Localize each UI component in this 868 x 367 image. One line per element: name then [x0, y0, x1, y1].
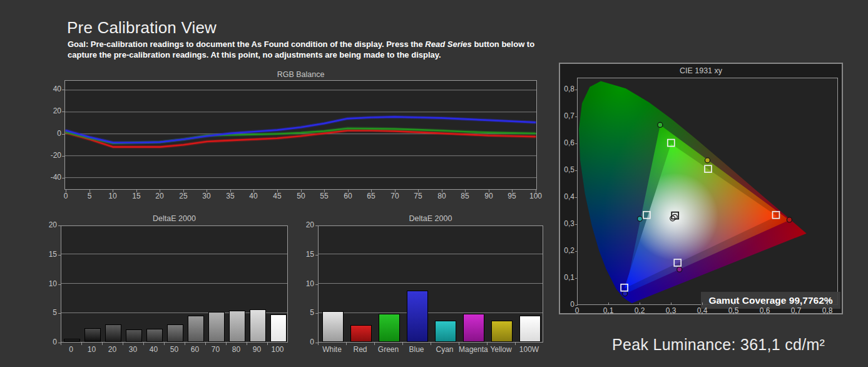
- rgb-x-tick-label: 85: [456, 192, 474, 200]
- de1Plot-y-tick: [58, 225, 61, 226]
- deltae-grayscale-title: DeltaE 2000: [61, 214, 288, 223]
- de2Plot-x-label: Green: [374, 345, 402, 354]
- cie-y-tick: [575, 90, 578, 90]
- rgb-y-tick-label: -20: [36, 151, 61, 160]
- de2Plot-x-label: Cyan: [431, 345, 459, 354]
- de2Plot-x-label: White: [318, 345, 346, 354]
- cie-x-tick-label: 0,5: [725, 306, 742, 315]
- de1Plot-y-label: 10: [32, 279, 57, 288]
- rgb-x-tick-label: 60: [339, 192, 357, 200]
- cie-x-tick-label: 0,2: [631, 306, 648, 315]
- rgb-x-tick-label: 35: [221, 192, 240, 200]
- de2Plot-y-tick: [315, 284, 318, 285]
- rgb-x-tick-label: 55: [315, 192, 334, 200]
- cie-diagram: [578, 78, 837, 304]
- de1Plot-y-label: 15: [32, 250, 57, 259]
- goal-part2: button below to: [472, 39, 534, 49]
- bar-Green: [379, 314, 400, 342]
- measured-green-point: [658, 122, 663, 127]
- de1Plot-x-label: 30: [123, 345, 143, 354]
- rgb-x-tick-label: 95: [503, 192, 521, 200]
- goal-italic: Read Series: [425, 39, 471, 49]
- de1Plot-x-tick: [247, 343, 247, 345]
- bar-70: [208, 312, 225, 342]
- deltae-color-plot: [318, 225, 543, 343]
- rgb-x-tick-label: 10: [103, 192, 122, 200]
- bar-80: [229, 311, 245, 343]
- bar-30: [126, 329, 142, 342]
- de2Plot-x-label: Yellow: [487, 345, 515, 354]
- grid-15: [61, 254, 287, 254]
- de2Plot-x-tick: [431, 343, 431, 345]
- de2Plot-y-label: 0: [289, 338, 314, 346]
- de2Plot-x-tick: [402, 343, 403, 345]
- de1Plot-x-tick: [164, 343, 165, 345]
- rgb-x-tick-label: 0: [56, 192, 75, 200]
- goal-part1: Goal: Pre-calibration readings to docume…: [68, 39, 425, 49]
- de1Plot-x-label: 90: [247, 345, 267, 354]
- rgb-y-tick-label: -40: [36, 173, 61, 182]
- rgb-x-tick-label: 5: [80, 192, 99, 200]
- measured-yellow-point: [705, 158, 710, 163]
- bar-100: [270, 314, 287, 342]
- cie-y-tick: [575, 116, 578, 117]
- de1Plot-x-label: 20: [102, 345, 123, 354]
- cie-x-tick: [796, 302, 797, 305]
- de1Plot-x-label: 100: [267, 345, 288, 354]
- grid-5: [319, 313, 543, 313]
- de1Plot-y-label: 0: [32, 338, 57, 346]
- rgb-y-tick: [62, 156, 64, 157]
- cie-x-tick-label: 0,4: [693, 306, 711, 315]
- de1Plot-x-label: 0: [61, 345, 81, 354]
- de1Plot-y-tick: [58, 284, 61, 285]
- de2Plot-x-tick: [318, 343, 319, 345]
- de2Plot-x-tick: [346, 343, 347, 345]
- cie-y-tick-label: 0: [560, 300, 574, 309]
- bar-Yellow: [491, 321, 513, 342]
- measured-magenta-point: [677, 267, 682, 272]
- page-title: Pre Calibration View: [67, 18, 217, 38]
- de2Plot-y-label: 10: [289, 279, 314, 288]
- cie-y-tick: [575, 251, 578, 252]
- cie-plot: Gamut Coverage 99,7762%: [577, 78, 838, 305]
- de1Plot-y-tick: [58, 313, 61, 314]
- cie-x-tick: [765, 302, 765, 305]
- de1Plot-y-label: 20: [32, 220, 57, 229]
- de1Plot-x-label: 70: [205, 345, 226, 354]
- rgb-x-tick-label: 45: [268, 192, 287, 200]
- rgb-x-tick-label: 40: [244, 192, 263, 200]
- bar-0: [64, 339, 80, 342]
- cie-y-tick: [575, 278, 578, 279]
- bar-50: [167, 324, 183, 342]
- rgb-y-tick: [62, 178, 64, 178]
- bar-100W: [519, 316, 541, 342]
- deltae-color-title: DeltaE 2000: [318, 214, 543, 223]
- peak-luminance-label: Peak Luminance: 361,1 cd/m²: [612, 336, 825, 354]
- cie-x-tick: [733, 302, 734, 305]
- cie-x-tick-label: 0,6: [756, 306, 774, 315]
- de1Plot-x-tick: [61, 343, 61, 345]
- bar-Magenta: [463, 314, 484, 342]
- de2Plot-x-tick: [515, 343, 516, 345]
- rgb-y-tick-label: 20: [36, 106, 61, 115]
- grid-10: [319, 283, 543, 284]
- de1Plot-x-tick: [226, 343, 227, 345]
- de2Plot-x-label: Blue: [402, 345, 431, 354]
- cie-x-tick: [702, 302, 703, 305]
- cie-y-tick: [575, 305, 578, 306]
- bar-Red: [350, 325, 372, 342]
- de1Plot-x-tick: [123, 343, 123, 345]
- de2Plot-y-tick: [315, 255, 318, 256]
- rgb-x-tick-label: 20: [150, 192, 169, 200]
- deltae-grayscale-plot: [61, 225, 288, 343]
- measured-red-point: [787, 217, 792, 222]
- rgb-x-tick-label: 50: [292, 192, 310, 200]
- rgb-y-tick: [62, 111, 64, 112]
- bar-Cyan: [435, 321, 456, 342]
- rgb-x-tick-label: 80: [432, 192, 451, 200]
- cie-x-tick-label: 0,1: [600, 306, 617, 315]
- cie-x-tick: [608, 302, 609, 305]
- cie-x-tick: [640, 302, 640, 305]
- rgb-balance-title: RGB Balance: [64, 70, 537, 79]
- de1Plot-y-tick: [58, 255, 61, 256]
